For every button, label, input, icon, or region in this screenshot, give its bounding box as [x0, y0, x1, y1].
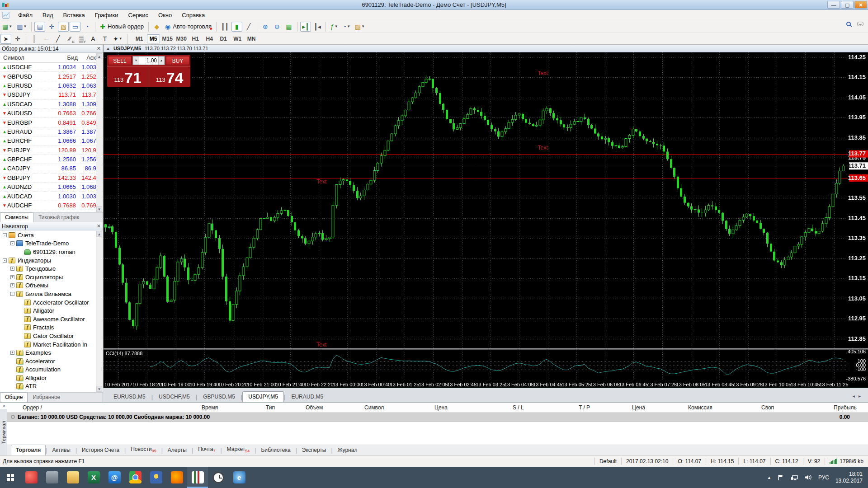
expand-icon[interactable]: + — [10, 283, 14, 287]
taskbar-app-excel[interactable]: X — [83, 467, 104, 488]
collapse-icon[interactable]: - — [10, 292, 14, 296]
text-label-button[interactable]: T — [99, 34, 110, 44]
chart-tab-USDJPY,M5[interactable]: USDJPY,M5 — [242, 391, 284, 402]
taskbar-app-firefox[interactable] — [166, 467, 187, 488]
taskbar-app-edge[interactable]: e — [229, 467, 250, 488]
terminal-tab-Библиотека[interactable]: Библиотека — [256, 445, 295, 455]
timeframe-M5[interactable]: M5 — [147, 34, 160, 43]
terminal-column-Комиссия[interactable]: Комиссия — [688, 404, 712, 411]
maximize-button[interactable]: ▢ — [841, 1, 854, 9]
market-watch-row[interactable]: ▲EURUSD1.06321.0635 — [0, 81, 103, 90]
tree-item-accumulation[interactable]: ƒAccumulation — [0, 366, 96, 374]
chart-tab-EURUSD,M5[interactable]: EURUSD,M5 — [108, 391, 151, 402]
sell-price[interactable]: 113 71 — [107, 66, 149, 87]
tab-Символы[interactable]: Символы — [0, 212, 33, 222]
speaker-icon[interactable] — [805, 474, 812, 480]
tree-item-accelerator-oscillator[interactable]: ƒAccelerator Oscillator — [0, 298, 96, 307]
terminal-tab-Эксперты[interactable]: Эксперты — [297, 445, 331, 455]
timeframe-M1[interactable]: M1 — [133, 34, 146, 43]
terminal-column-Цена[interactable]: Цена — [632, 404, 645, 411]
tree-item-alligator[interactable]: ƒAlligator — [0, 374, 96, 382]
market-watch-row[interactable]: ▼GBPUSD1.25171.2521 — [0, 72, 103, 81]
new-order-button[interactable]: ✚Новый ордер — [98, 22, 146, 32]
market-watch-row[interactable]: ▼AUDCHF0.76880.7696 — [0, 201, 103, 210]
market-watch-toggle[interactable]: ▤ — [34, 22, 45, 32]
terminal-column-Цена[interactable]: Цена — [434, 404, 448, 411]
zoom-in-button[interactable]: ⊕ — [260, 22, 271, 32]
taskbar-app-search[interactable] — [21, 467, 42, 488]
terminal-column-Символ[interactable]: Символ — [364, 404, 384, 411]
language-indicator[interactable]: РУС — [818, 474, 829, 481]
terminal-column-Своп[interactable]: Своп — [761, 404, 774, 411]
menu-item-Графики[interactable]: Графики — [90, 10, 123, 20]
timeframe-D1[interactable]: D1 — [217, 34, 230, 43]
tree-item-gator-oscillator[interactable]: ƒGator Oscillator — [0, 332, 96, 340]
crosshair-button[interactable]: ✛ — [12, 34, 23, 44]
terminal-tab-Почта[interactable]: Почта7 — [193, 444, 220, 455]
market-watch-row[interactable]: ▲EURCHF1.06661.0676 — [0, 136, 103, 145]
expand-icon[interactable]: + — [10, 351, 14, 355]
scroll-down-icon[interactable]: ▼ — [96, 386, 102, 392]
volume-down-icon[interactable]: ▼ — [133, 56, 139, 65]
tree-item-atr[interactable]: ƒATR — [0, 382, 96, 391]
chart-shift-toggle[interactable]: ┃◂ — [312, 22, 323, 32]
tree-item-alligator[interactable]: ƒAlligator — [0, 306, 96, 315]
market-watch-row[interactable]: ▲USDCHF1.00341.0038 — [0, 63, 103, 72]
tree-item-билла-вильямса[interactable]: -ƒБилла Вильямса — [0, 290, 96, 298]
terminal-tab-Торговля[interactable]: Торговля — [11, 445, 46, 455]
menu-item-Сервис[interactable]: Сервис — [123, 10, 154, 20]
dropdown-caret-icon[interactable]: ▼ — [347, 24, 350, 28]
chart-tab-EURAUD,M5[interactable]: EURAUD,M5 — [285, 391, 329, 402]
dropdown-caret-icon[interactable]: ▼ — [335, 24, 338, 28]
candlestick-chart-button[interactable]: ▮ — [231, 22, 242, 32]
tree-item-осцилляторы[interactable]: +ƒОсцилляторы — [0, 273, 96, 282]
chat-icon[interactable] — [857, 22, 863, 26]
timeframe-M15[interactable]: M15 — [161, 34, 174, 43]
volume-input[interactable]: 1.00 — [139, 57, 158, 64]
timeframe-W1[interactable]: W1 — [231, 34, 244, 43]
column-ask[interactable]: Аск — [78, 54, 96, 61]
terminal-column-Время[interactable]: Время — [202, 404, 218, 411]
expand-icon[interactable]: + — [10, 267, 14, 271]
timeframe-H1[interactable]: H1 — [189, 34, 202, 43]
taskbar-app-file-explorer[interactable] — [62, 467, 83, 488]
taskbar-app-alarm-clock[interactable] — [208, 467, 229, 488]
tray-expand-icon[interactable]: ▲ — [767, 475, 771, 480]
market-watch-row[interactable]: ▲USDCAD1.30881.3092 — [0, 100, 103, 109]
menu-item-Вставка[interactable]: Вставка — [58, 10, 90, 20]
scroll-down-icon[interactable]: ▼ — [96, 206, 102, 212]
start-button[interactable] — [0, 467, 21, 488]
scroll-up-icon[interactable]: ▲ — [96, 53, 102, 59]
market-watch-row[interactable]: ▼EURGBP0.84910.8496 — [0, 118, 103, 127]
horizontal-line-button[interactable]: ─ — [41, 34, 52, 44]
dropdown-caret-icon[interactable]: ▼ — [23, 24, 27, 28]
search-icon[interactable] — [846, 22, 851, 26]
tree-item-объемы[interactable]: +ƒОбъемы — [0, 282, 96, 290]
data-window-toggle[interactable]: ✛ — [46, 22, 57, 32]
zoom-out-button[interactable]: ⊖ — [272, 22, 283, 32]
navigator-scrollbar[interactable]: ▲ ▼ — [96, 231, 102, 392]
terminal-tab-Журнал[interactable]: Журнал — [333, 445, 363, 455]
market-watch-row[interactable]: ▼USDJPY113.71113.74 — [0, 90, 103, 99]
timeframe-MN[interactable]: MN — [245, 34, 258, 43]
market-watch-row[interactable]: ▲AUDCAD1.00301.0038 — [0, 192, 103, 201]
column-bid[interactable]: Бид — [50, 54, 78, 61]
market-watch-row[interactable]: ▲CADJPY86.8586.91 — [0, 164, 103, 173]
tree-item-teletrade-demo[interactable]: -TeleTrade-Demo — [0, 239, 96, 248]
dropdown-caret-icon[interactable]: ▼ — [361, 24, 365, 28]
market-watch-close-icon[interactable]: ✕ — [97, 46, 101, 52]
tree-item-awesome-oscillator[interactable]: ƒAwesome Oscillator — [0, 315, 96, 324]
close-button[interactable]: ✕ — [854, 1, 867, 9]
new-chart-button[interactable]: ▦▼ — [0, 22, 14, 32]
volume-up-icon[interactable]: ▲ — [158, 56, 165, 65]
indicators-button[interactable]: ƒ▼ — [329, 22, 340, 32]
terminal-tab-Активы[interactable]: Активы — [47, 445, 75, 455]
flag-icon[interactable] — [778, 474, 784, 481]
tab-Тиковый график[interactable]: Тиковый график — [33, 212, 84, 222]
terminal-tab-Новости[interactable]: Новости99 — [126, 444, 161, 455]
metaeditor-button[interactable]: ◆ — [151, 22, 162, 32]
sell-button[interactable]: SELL — [108, 56, 132, 65]
taskbar-app-metatrader[interactable] — [187, 467, 208, 488]
terminal-toggle[interactable]: ▭ — [70, 22, 80, 32]
menu-item-Окно[interactable]: Окно — [153, 10, 177, 20]
